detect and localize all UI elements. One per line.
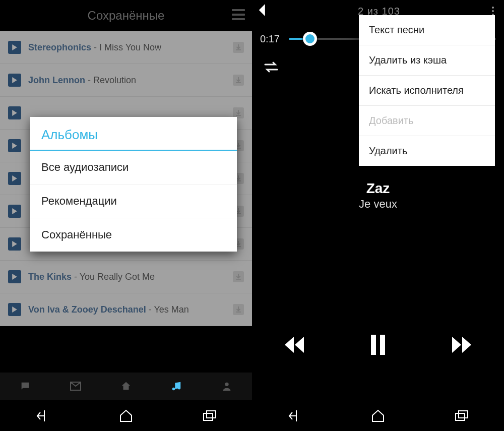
play-icon[interactable] [8, 205, 21, 218]
right-content: 2 из 103 0:17 Zaz Je veux [252, 0, 504, 400]
svg-marker-2 [12, 110, 17, 116]
play-icon[interactable] [8, 41, 21, 54]
svg-marker-7 [12, 274, 17, 280]
song-info: Zaz Je veux [252, 180, 504, 211]
elapsed-time: 0:17 [260, 33, 283, 45]
svg-marker-3 [12, 143, 17, 149]
system-navbar [0, 400, 252, 431]
menu-item-search-artist[interactable]: Искать исполнителя [359, 76, 495, 106]
prev-icon[interactable] [284, 335, 306, 357]
tab-mail-icon[interactable] [50, 373, 101, 400]
svg-rect-19 [456, 413, 465, 420]
screen-left: Сохранённые Stereophonics - I Miss You N… [0, 0, 252, 431]
play-icon[interactable] [8, 106, 21, 119]
download-icon[interactable] [233, 304, 244, 315]
nav-recents-icon[interactable] [168, 400, 252, 431]
svg-marker-1 [12, 77, 17, 83]
svg-rect-15 [371, 335, 376, 355]
svg-rect-16 [380, 335, 385, 355]
download-icon[interactable] [233, 271, 244, 282]
svg-marker-17 [452, 337, 461, 353]
svg-point-9 [225, 383, 228, 386]
player-controls [252, 323, 504, 368]
track-text: John Lennon - Revolution [28, 75, 233, 86]
dialog-item-recommendations[interactable]: Рекомендации [30, 184, 237, 218]
next-icon[interactable] [450, 335, 472, 357]
track-row[interactable]: Stereophonics - I Miss You Now [0, 31, 252, 64]
svg-marker-0 [12, 44, 17, 50]
svg-marker-4 [12, 175, 17, 181]
svg-marker-13 [295, 337, 304, 353]
screen-right: 2 из 103 0:17 Zaz Je veux [252, 0, 504, 431]
menu-item-delete-cache[interactable]: Удалить из кэша [359, 45, 495, 76]
tab-home-icon[interactable] [101, 373, 151, 400]
menu-icon[interactable] [232, 9, 245, 20]
system-navbar [252, 400, 504, 431]
nav-back-icon[interactable] [0, 400, 84, 431]
dialog-item-all[interactable]: Все аудиозаписи [30, 151, 237, 184]
svg-marker-12 [259, 4, 265, 16]
svg-marker-5 [12, 208, 17, 214]
back-icon[interactable] [258, 4, 270, 18]
track-row[interactable]: John Lennon - Revolution [0, 64, 252, 97]
menu-item-delete[interactable]: Удалить [359, 136, 495, 166]
track-row[interactable]: The Kinks - You Really Got Me [0, 261, 252, 293]
overflow-icon[interactable] [488, 7, 498, 16]
nav-home-icon[interactable] [336, 400, 420, 431]
left-content: Сохранённые Stereophonics - I Miss You N… [0, 0, 252, 400]
tab-music-icon[interactable] [151, 373, 202, 400]
svg-marker-18 [462, 337, 471, 353]
download-icon[interactable] [233, 75, 244, 86]
svg-rect-11 [207, 411, 216, 418]
nav-home-icon[interactable] [84, 400, 168, 431]
play-icon[interactable] [8, 303, 21, 316]
song-artist: Zaz [252, 180, 504, 197]
svg-rect-20 [459, 411, 468, 418]
track-row[interactable]: Von Iva & Zooey Deschanel - Yes Man [0, 293, 252, 326]
svg-rect-10 [204, 413, 213, 420]
svg-marker-8 [12, 306, 17, 313]
nav-recents-icon[interactable] [420, 400, 504, 431]
play-icon[interactable] [8, 237, 21, 251]
context-menu: Текст песни Удалить из кэша Искать испол… [359, 15, 495, 166]
svg-marker-14 [285, 337, 294, 353]
menu-item-add: Добавить [359, 106, 495, 136]
track-text: Von Iva & Zooey Deschanel - Yes Man [28, 304, 233, 315]
albums-dialog: Альбомы Все аудиозаписи Рекомендации Сох… [30, 117, 237, 252]
pause-icon[interactable] [369, 334, 387, 358]
tab-profile-icon[interactable] [202, 373, 252, 400]
app-header: Сохранённые [0, 0, 252, 31]
play-icon[interactable] [8, 270, 21, 283]
svg-marker-6 [12, 241, 17, 247]
dialog-title: Альбомы [30, 117, 237, 151]
dialog-item-saved[interactable]: Сохранённые [30, 218, 237, 252]
play-icon[interactable] [8, 74, 21, 87]
download-icon[interactable] [233, 42, 244, 53]
menu-item-lyrics[interactable]: Текст песни [359, 15, 495, 45]
seek-thumb[interactable] [303, 32, 317, 46]
track-text: The Kinks - You Really Got Me [28, 272, 233, 282]
play-icon[interactable] [8, 139, 21, 152]
header-title: Сохранённые [88, 9, 165, 23]
track-text: Stereophonics - I Miss You Now [28, 42, 233, 53]
song-title: Je veux [252, 198, 504, 211]
play-icon[interactable] [8, 172, 21, 185]
nav-back-icon[interactable] [252, 400, 336, 431]
app-tabbar [0, 373, 252, 400]
tab-chat-icon[interactable] [0, 373, 50, 400]
